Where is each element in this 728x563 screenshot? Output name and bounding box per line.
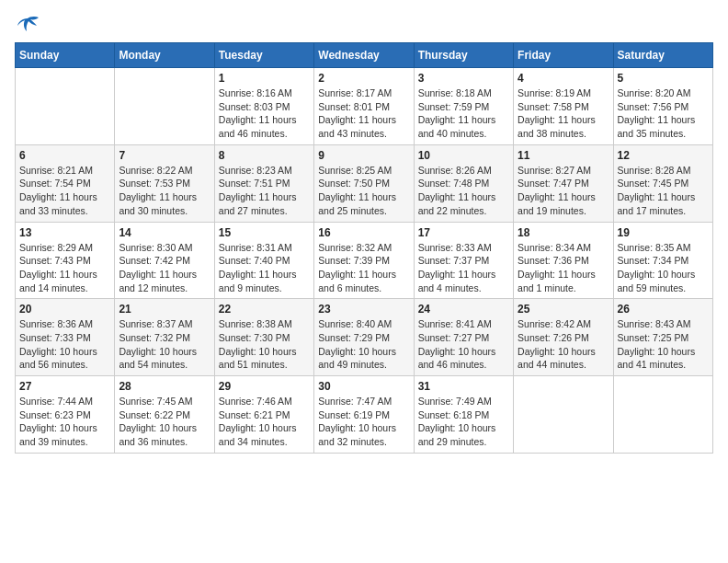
day-number: 5	[618, 72, 709, 85]
day-number: 14	[119, 226, 210, 239]
day-number: 12	[618, 149, 709, 162]
calendar-day-cell: 22Sunrise: 8:38 AMSunset: 7:30 PMDayligh…	[214, 299, 313, 376]
day-number: 15	[219, 226, 310, 239]
day-number: 24	[418, 303, 509, 316]
day-number: 20	[19, 303, 110, 316]
day-number: 30	[318, 380, 409, 393]
day-number: 19	[618, 226, 709, 239]
day-info: Sunrise: 8:37 AMSunset: 7:32 PMDaylight:…	[119, 317, 210, 372]
calendar-day-cell: 10Sunrise: 8:26 AMSunset: 7:48 PMDayligh…	[414, 144, 513, 222]
weekday-header-wednesday: Wednesday	[314, 43, 414, 68]
logo-bird-icon	[15, 15, 40, 35]
day-number: 16	[318, 226, 409, 239]
calendar-day-cell: 7Sunrise: 8:22 AMSunset: 7:53 PMDaylight…	[115, 144, 214, 222]
calendar-day-cell: 1Sunrise: 8:16 AMSunset: 8:03 PMDaylight…	[214, 68, 313, 145]
calendar-day-cell: 13Sunrise: 8:29 AMSunset: 7:43 PMDayligh…	[16, 222, 115, 299]
calendar-week-row: 27Sunrise: 7:44 AMSunset: 6:23 PMDayligh…	[16, 376, 713, 454]
calendar-day-cell: 2Sunrise: 8:17 AMSunset: 8:01 PMDaylight…	[314, 68, 414, 145]
day-number: 21	[119, 303, 210, 316]
calendar-day-cell: 27Sunrise: 7:44 AMSunset: 6:23 PMDayligh…	[16, 376, 115, 454]
day-info: Sunrise: 8:34 AMSunset: 7:36 PMDaylight:…	[518, 241, 609, 295]
day-number: 6	[19, 149, 110, 162]
calendar-day-cell: 12Sunrise: 8:28 AMSunset: 7:45 PMDayligh…	[613, 144, 712, 222]
calendar-day-cell: 3Sunrise: 8:18 AMSunset: 7:59 PMDaylight…	[414, 68, 513, 145]
day-number: 7	[119, 149, 210, 162]
day-info: Sunrise: 7:49 AMSunset: 6:18 PMDaylight:…	[418, 395, 509, 449]
calendar-table: SundayMondayTuesdayWednesdayThursdayFrid…	[15, 42, 713, 454]
day-info: Sunrise: 8:17 AMSunset: 8:01 PMDaylight:…	[318, 86, 409, 141]
weekday-header-thursday: Thursday	[414, 43, 513, 68]
weekday-header-friday: Friday	[514, 43, 613, 68]
calendar-header-row: SundayMondayTuesdayWednesdayThursdayFrid…	[16, 43, 713, 68]
calendar-day-cell: 25Sunrise: 8:42 AMSunset: 7:26 PMDayligh…	[514, 299, 613, 376]
day-number: 29	[219, 380, 310, 393]
day-number: 11	[518, 149, 609, 162]
day-info: Sunrise: 8:29 AMSunset: 7:43 PMDaylight:…	[19, 241, 110, 295]
day-info: Sunrise: 8:42 AMSunset: 7:26 PMDaylight:…	[518, 317, 609, 372]
day-number: 9	[318, 149, 409, 162]
calendar-day-cell: 30Sunrise: 7:47 AMSunset: 6:19 PMDayligh…	[314, 376, 414, 454]
day-info: Sunrise: 8:21 AMSunset: 7:54 PMDaylight:…	[19, 164, 110, 218]
weekday-header-saturday: Saturday	[613, 43, 712, 68]
calendar-day-cell: 15Sunrise: 8:31 AMSunset: 7:40 PMDayligh…	[214, 222, 313, 299]
day-number: 23	[318, 303, 409, 316]
calendar-week-row: 1Sunrise: 8:16 AMSunset: 8:03 PMDaylight…	[16, 68, 713, 145]
day-number: 10	[418, 149, 509, 162]
calendar-day-cell: 5Sunrise: 8:20 AMSunset: 7:56 PMDaylight…	[613, 68, 712, 145]
day-info: Sunrise: 8:20 AMSunset: 7:56 PMDaylight:…	[618, 86, 709, 141]
calendar-day-cell: 24Sunrise: 8:41 AMSunset: 7:27 PMDayligh…	[414, 299, 513, 376]
day-info: Sunrise: 8:43 AMSunset: 7:25 PMDaylight:…	[618, 317, 709, 372]
calendar-day-cell	[613, 376, 712, 454]
day-info: Sunrise: 8:22 AMSunset: 7:53 PMDaylight:…	[119, 164, 210, 218]
calendar-day-cell: 18Sunrise: 8:34 AMSunset: 7:36 PMDayligh…	[514, 222, 613, 299]
day-info: Sunrise: 8:35 AMSunset: 7:34 PMDaylight:…	[618, 241, 709, 295]
day-number: 1	[219, 72, 310, 85]
day-info: Sunrise: 8:41 AMSunset: 7:27 PMDaylight:…	[418, 317, 509, 372]
day-number: 4	[518, 72, 609, 85]
day-number: 25	[518, 303, 609, 316]
calendar-day-cell: 4Sunrise: 8:19 AMSunset: 7:58 PMDaylight…	[514, 68, 613, 145]
day-info: Sunrise: 8:28 AMSunset: 7:45 PMDaylight:…	[618, 164, 709, 218]
day-info: Sunrise: 7:45 AMSunset: 6:22 PMDaylight:…	[119, 395, 210, 449]
calendar-week-row: 20Sunrise: 8:36 AMSunset: 7:33 PMDayligh…	[16, 299, 713, 376]
calendar-day-cell: 6Sunrise: 8:21 AMSunset: 7:54 PMDaylight…	[16, 144, 115, 222]
calendar-day-cell: 14Sunrise: 8:30 AMSunset: 7:42 PMDayligh…	[115, 222, 214, 299]
calendar-day-cell: 23Sunrise: 8:40 AMSunset: 7:29 PMDayligh…	[314, 299, 414, 376]
day-number: 17	[418, 226, 509, 239]
day-info: Sunrise: 8:19 AMSunset: 7:58 PMDaylight:…	[518, 86, 609, 141]
day-number: 2	[318, 72, 409, 85]
calendar-day-cell: 26Sunrise: 8:43 AMSunset: 7:25 PMDayligh…	[613, 299, 712, 376]
day-number: 13	[19, 226, 110, 239]
page-header	[15, 15, 713, 35]
calendar-day-cell: 16Sunrise: 8:32 AMSunset: 7:39 PMDayligh…	[314, 222, 414, 299]
calendar-day-cell	[514, 376, 613, 454]
day-number: 26	[618, 303, 709, 316]
calendar-day-cell: 17Sunrise: 8:33 AMSunset: 7:37 PMDayligh…	[414, 222, 513, 299]
calendar-week-row: 13Sunrise: 8:29 AMSunset: 7:43 PMDayligh…	[16, 222, 713, 299]
calendar-day-cell: 8Sunrise: 8:23 AMSunset: 7:51 PMDaylight…	[214, 144, 313, 222]
calendar-day-cell: 29Sunrise: 7:46 AMSunset: 6:21 PMDayligh…	[214, 376, 313, 454]
day-info: Sunrise: 8:18 AMSunset: 7:59 PMDaylight:…	[418, 86, 509, 141]
day-info: Sunrise: 8:26 AMSunset: 7:48 PMDaylight:…	[418, 164, 509, 218]
day-info: Sunrise: 8:38 AMSunset: 7:30 PMDaylight:…	[219, 317, 310, 372]
day-info: Sunrise: 7:47 AMSunset: 6:19 PMDaylight:…	[318, 395, 409, 449]
day-number: 31	[418, 380, 509, 393]
day-info: Sunrise: 7:46 AMSunset: 6:21 PMDaylight:…	[219, 395, 310, 449]
day-info: Sunrise: 8:31 AMSunset: 7:40 PMDaylight:…	[219, 241, 310, 295]
day-number: 28	[119, 380, 210, 393]
day-number: 18	[518, 226, 609, 239]
calendar-day-cell	[16, 68, 115, 145]
day-number: 8	[219, 149, 310, 162]
day-number: 22	[219, 303, 310, 316]
day-info: Sunrise: 8:23 AMSunset: 7:51 PMDaylight:…	[219, 164, 310, 218]
logo	[15, 15, 44, 35]
weekday-header-monday: Monday	[115, 43, 214, 68]
day-info: Sunrise: 7:44 AMSunset: 6:23 PMDaylight:…	[19, 395, 110, 449]
day-info: Sunrise: 8:16 AMSunset: 8:03 PMDaylight:…	[219, 86, 310, 141]
calendar-day-cell: 11Sunrise: 8:27 AMSunset: 7:47 PMDayligh…	[514, 144, 613, 222]
day-info: Sunrise: 8:33 AMSunset: 7:37 PMDaylight:…	[418, 241, 509, 295]
calendar-day-cell: 21Sunrise: 8:37 AMSunset: 7:32 PMDayligh…	[115, 299, 214, 376]
calendar-day-cell: 19Sunrise: 8:35 AMSunset: 7:34 PMDayligh…	[613, 222, 712, 299]
day-number: 27	[19, 380, 110, 393]
day-info: Sunrise: 8:40 AMSunset: 7:29 PMDaylight:…	[318, 317, 409, 372]
